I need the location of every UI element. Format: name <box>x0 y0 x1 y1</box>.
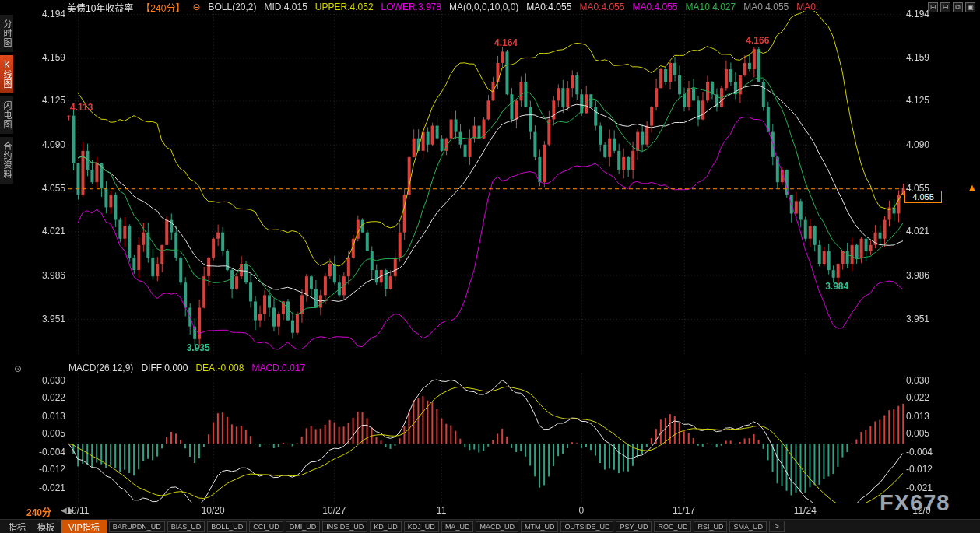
indicator-readout: MA0:4.055 <box>579 2 624 12</box>
indicator-readout: MA(0,0,0,10,0,0) <box>449 2 518 12</box>
price-axis-label: 3.951 <box>906 314 943 324</box>
chart-type-sidebar: 分时图K线图闪电图合约资料 <box>0 15 13 184</box>
indicator-header-bar: 美债10年收益率 【240分】 ⊖ BOLL(20,2)MID:4.015UPP… <box>0 0 980 14</box>
macd-axis-label: 0.022 <box>906 392 943 403</box>
tile-windows-icon[interactable]: ⊞ <box>928 2 938 12</box>
macd-indicator-header: MACD(26,12,9) DIFF:0.000DEA:-0.008MACD:0… <box>68 363 305 373</box>
price-axis-label: 4.055 <box>34 183 65 194</box>
date-axis-label: 11 <box>437 505 446 516</box>
date-axis-label: 12/0 <box>912 505 930 516</box>
price-axis-label: 3.986 <box>906 270 943 281</box>
macd-readout: DIFF:0.000 <box>141 363 188 373</box>
indicator-readout: MA0:4.055 <box>632 2 677 12</box>
indicator-readout: BOLL(20,2) <box>208 2 256 12</box>
price-axis-label: 4.159 <box>906 52 943 63</box>
last-price-tag: 4.055 <box>904 191 942 203</box>
indicator-tab-dmi-ud[interactable]: DMI_UD <box>286 521 321 532</box>
macd-axis-label: 0.022 <box>34 392 65 403</box>
price-annotation: 4.113 <box>70 102 93 113</box>
maximize-window-icon[interactable]: ▣ <box>965 2 975 12</box>
indicator-tab-psy-ud[interactable]: PSY_UD <box>616 521 652 532</box>
sidebar-item-kline-chart[interactable]: K线图 <box>0 55 13 93</box>
macd-axis-label: -0.012 <box>906 464 943 475</box>
sidebar-item-time-share-chart[interactable]: 分时图 <box>0 15 13 52</box>
price-axis-label: 4.159 <box>34 52 65 63</box>
date-axis-label: 11/17 <box>673 505 695 516</box>
window-controls: ⊞⊟⧉▣ <box>928 2 980 12</box>
macd-readouts: DIFF:0.000DEA:-0.008MACD:0.017 <box>141 363 305 373</box>
axis-period-label: 240分 <box>26 505 51 518</box>
macd-readout: MACD:0.017 <box>251 363 305 373</box>
footer-item-indicators[interactable]: 指标 <box>4 521 30 533</box>
latest-price-arrow-icon[interactable]: ▲ <box>967 181 978 194</box>
price-annotation: 3.984 <box>825 281 848 292</box>
chart-overlay: ⊙ MACD(26,12,9) DIFF:0.000DEA:-0.008MACD… <box>0 0 980 533</box>
indicator-readout: MA0:4.055 <box>526 2 571 12</box>
date-axis-label: 10/20 <box>202 505 225 516</box>
indicator-readout: MA0:4.055 <box>743 2 789 12</box>
macd-axis-label: 0.005 <box>34 428 65 439</box>
indicator-readout: MID:4.015 <box>265 2 307 12</box>
macd-axis-label: -0.004 <box>34 447 65 458</box>
macd-axis-label: 0.030 <box>906 375 943 386</box>
price-axis-label: 4.090 <box>906 139 943 150</box>
macd-axis-label: -0.004 <box>906 447 943 458</box>
trading-terminal: FX678 美债10年收益率 【240分】 ⊖ BOLL(20,2)MID:4.… <box>0 0 980 533</box>
indicator-tab-bias-ud[interactable]: BIAS_UD <box>167 521 205 532</box>
date-axis-label: 0 <box>578 505 584 516</box>
date-axis-label: 10/11 <box>66 505 89 516</box>
sidebar-item-contract-info[interactable]: 合约资料 <box>0 137 13 184</box>
indicator-tab-roc-ud[interactable]: ROC_UD <box>654 521 691 532</box>
price-axis-label: 4.021 <box>34 226 65 237</box>
tile-horizontal-icon[interactable]: ⊟ <box>940 2 950 12</box>
macd-axis-label: 0.013 <box>34 411 65 422</box>
price-axis-label: 4.125 <box>34 95 65 106</box>
indicator-tab-mtm-ud[interactable]: MTM_UD <box>521 521 559 532</box>
macd-axis-label: 0.005 <box>906 428 943 439</box>
indicator-tab-kd-ud[interactable]: KD_UD <box>370 521 402 532</box>
timeframe-label[interactable]: 【240分】 <box>141 1 184 14</box>
indicator-tab-macd-ud[interactable]: MACD_UD <box>476 521 518 532</box>
indicator-readout: MA0: <box>796 2 818 12</box>
more-tabs-button[interactable]: > <box>769 521 785 532</box>
indicator-tab-outside-ud[interactable]: OUTSIDE_UD <box>560 521 613 532</box>
macd-axis-label: -0.021 <box>34 482 65 493</box>
instrument-title: 美债10年收益率 <box>67 1 133 14</box>
macd-settings-icon[interactable]: ⊙ <box>14 363 22 374</box>
footer-item-vip-indicators[interactable]: VIP指标 <box>61 519 107 533</box>
date-axis-label: 10/27 <box>322 505 346 516</box>
macd-axis-label: 0.013 <box>906 411 943 422</box>
sidebar-item-lightning-chart[interactable]: 闪电图 <box>0 96 13 134</box>
indicator-tab-inside-ud[interactable]: INSIDE_UD <box>322 521 367 532</box>
cascade-windows-icon[interactable]: ⧉ <box>953 2 963 12</box>
indicator-toolbar: 指标模板VIP指标BARUPDN_UDBIAS_UDBOLL_UDCCI_UDD… <box>0 519 980 533</box>
indicator-tab-sma-ud[interactable]: SMA_UD <box>729 521 767 532</box>
price-annotation: 3.935 <box>187 342 210 353</box>
indicator-tab-barupdn-ud[interactable]: BARUPDN_UD <box>109 521 165 532</box>
price-axis-label: 3.951 <box>34 314 65 324</box>
indicator-readout: UPPER:4.052 <box>315 2 374 12</box>
macd-axis-label: -0.021 <box>906 482 943 493</box>
macd-axis-label: 0.030 <box>34 375 65 386</box>
indicator-readouts: BOLL(20,2)MID:4.015UPPER:4.052LOWER:3.97… <box>208 2 818 12</box>
price-axis-label: 3.986 <box>34 270 65 281</box>
price-axis-label: 4.090 <box>34 139 65 150</box>
indicator-tab-cci-ud[interactable]: CCI_UD <box>249 521 283 532</box>
indicator-readout: MA10:4.027 <box>685 2 736 12</box>
indicator-tab-rsi-ud[interactable]: RSI_UD <box>694 521 727 532</box>
price-axis-label: 4.125 <box>906 95 943 106</box>
indicator-tab-ma-ud[interactable]: MA_UD <box>441 521 474 532</box>
macd-name: MACD(26,12,9) <box>68 363 133 373</box>
indicator-tab-kdj-ud[interactable]: KDJ_UD <box>404 521 439 532</box>
footer-item-templates[interactable]: 模板 <box>33 521 59 533</box>
macd-readout: DEA:-0.008 <box>195 363 244 373</box>
indicator-menu-icon[interactable]: ⊖ <box>192 2 200 12</box>
macd-axis-label: -0.012 <box>34 464 65 475</box>
price-annotation: 4.164 <box>494 37 518 48</box>
indicator-tab-boll-ud[interactable]: BOLL_UD <box>207 521 247 532</box>
price-axis-label: 4.021 <box>906 226 943 237</box>
date-axis-label: 11/24 <box>794 505 817 516</box>
price-annotation: 4.166 <box>746 35 769 46</box>
indicator-readout: LOWER:3.978 <box>381 2 441 12</box>
